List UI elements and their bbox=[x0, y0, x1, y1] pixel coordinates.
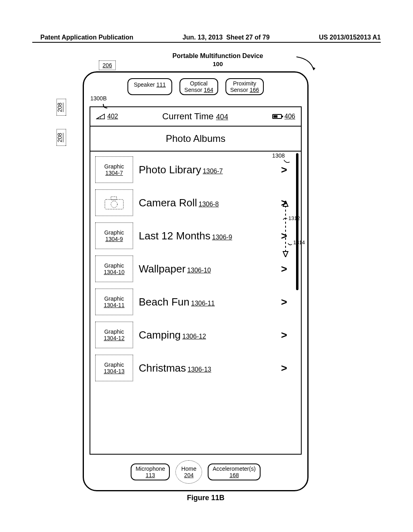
camera-icon bbox=[95, 189, 133, 216]
album-label: Camping1306-12 bbox=[139, 329, 275, 341]
page-header: Patent Application Publication Jun. 13, … bbox=[40, 34, 381, 41]
album-thumb: Graphic 1304-11 bbox=[95, 289, 133, 315]
ref-208-a: 208 bbox=[56, 99, 66, 116]
chevron-right-icon: > bbox=[281, 362, 287, 374]
album-label: Photo Library1306-7 bbox=[139, 164, 275, 176]
svg-rect-7 bbox=[111, 197, 117, 200]
pub-date: Jun. 13, 2013 Sheet 27 of 79 bbox=[183, 34, 270, 41]
microphone-pill: Microphone 113 bbox=[131, 463, 170, 480]
chevron-right-icon: > bbox=[281, 230, 287, 242]
optical-sensor-pill: Optical Sensor 164 bbox=[179, 78, 218, 95]
bottom-sensor-row: Microphone 113 Home 204 Accelerometer(s)… bbox=[84, 460, 307, 484]
album-row[interactable]: Graphic 1304-13 Christmas1306-13 > bbox=[94, 351, 290, 384]
svg-point-8 bbox=[111, 201, 117, 208]
chevron-right-icon: > bbox=[281, 296, 287, 308]
album-thumb: Graphic 1304-12 bbox=[95, 322, 133, 348]
album-row[interactable]: Graphic 1304-10 Wallpaper1306-10 > bbox=[94, 252, 290, 285]
ref-1314: 1314 bbox=[293, 239, 305, 245]
signal-ref: 402 bbox=[107, 113, 118, 120]
scrollbar[interactable] bbox=[296, 153, 298, 290]
album-label: Camera Roll1306-8 bbox=[139, 197, 275, 209]
pub-label: Patent Application Publication bbox=[40, 34, 133, 41]
album-label: Christmas1306-13 bbox=[139, 362, 275, 374]
albums-header: Photo Albums bbox=[90, 127, 301, 152]
sensor-row: Speaker 111 Optical Sensor 164 Proximity… bbox=[89, 78, 302, 95]
current-time: Current Time 404 bbox=[162, 111, 228, 122]
chevron-right-icon: > bbox=[281, 197, 287, 209]
figure-caption: Figure 11B bbox=[83, 494, 329, 502]
chevron-right-icon: > bbox=[281, 329, 287, 341]
signal-indicator: 402 bbox=[96, 113, 118, 120]
battery-icon bbox=[272, 114, 282, 119]
figure: 206 Portable Multifunction Device 100 20… bbox=[69, 52, 315, 502]
album-label: Wallpaper1306-10 bbox=[139, 263, 275, 275]
accelerometer-pill: Accelerometer(s) 168 bbox=[208, 463, 261, 480]
speaker-pill: Speaker 111 bbox=[127, 78, 172, 95]
album-thumb: Graphic 1304-10 bbox=[95, 256, 133, 282]
chevron-right-icon: > bbox=[281, 263, 287, 275]
header-rule bbox=[32, 42, 381, 43]
status-bar: 402 Current Time 404 406 bbox=[90, 107, 301, 127]
album-list[interactable]: 1308 1312 1314 bbox=[90, 152, 301, 386]
album-thumb: Graphic 1304-13 bbox=[95, 355, 133, 381]
proximity-sensor-pill: Proximity Sensor 166 bbox=[225, 78, 264, 95]
battery-indicator: 406 bbox=[272, 113, 295, 120]
signal-icon bbox=[96, 114, 105, 119]
device-body: Speaker 111 Optical Sensor 164 Proximity… bbox=[83, 71, 309, 491]
album-row[interactable]: Camera Roll1306-8 > bbox=[94, 186, 290, 219]
battery-ref: 406 bbox=[284, 113, 295, 120]
album-row[interactable]: Graphic 1304-9 Last 12 Months1306-9 > bbox=[94, 219, 290, 252]
album-row[interactable]: Graphic 1304-7 Photo Library1306-7 > bbox=[94, 153, 290, 186]
album-row[interactable]: Graphic 1304-11 Beach Fun1306-11 > bbox=[94, 285, 290, 318]
home-button[interactable]: Home 204 bbox=[175, 460, 202, 484]
album-label: Beach Fun1306-11 bbox=[139, 296, 275, 308]
album-thumb: Graphic 1304-7 bbox=[95, 156, 133, 183]
ref-1300b: 1300B bbox=[90, 95, 106, 102]
touchscreen[interactable]: 402 Current Time 404 406 Photo Albums 13… bbox=[90, 106, 302, 455]
ref-208-b: 208 bbox=[56, 129, 66, 146]
leader-arrow-icon bbox=[294, 55, 319, 73]
pub-docnum: US 2013/0152013 A1 bbox=[319, 34, 381, 41]
album-label: Last 12 Months1306-9 bbox=[139, 230, 275, 242]
album-thumb: Graphic 1304-9 bbox=[95, 222, 133, 249]
album-row[interactable]: Graphic 1304-12 Camping1306-12 > bbox=[94, 318, 290, 351]
chevron-right-icon: > bbox=[281, 164, 287, 176]
